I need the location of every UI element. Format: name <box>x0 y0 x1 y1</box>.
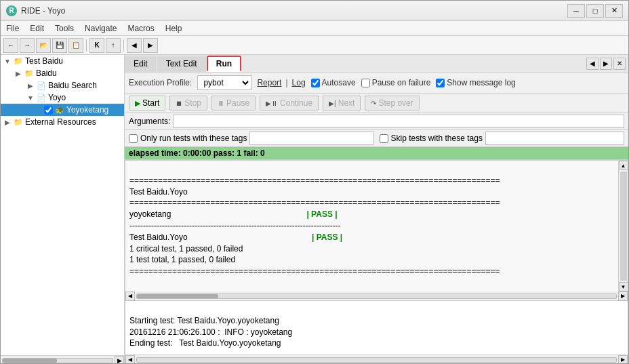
expander-baidu-search[interactable]: ▶ <box>25 80 36 91</box>
start-button[interactable]: ▶ Start <box>129 96 165 110</box>
toolbar-prev[interactable]: ◀ <box>127 38 142 53</box>
output-line-7: 1 critical test, 1 passed, 0 failed <box>129 244 243 254</box>
minimize-button[interactable]: ─ <box>567 4 585 18</box>
tree-label-test-baidu: Test Baidu <box>24 56 63 66</box>
folder-icon-external: 📁 <box>13 117 24 127</box>
tab-nav-prev[interactable]: ◀ <box>586 58 598 70</box>
tree-item-yoyo[interactable]: ▼ 📄 Yoyo <box>1 92 124 104</box>
tree-item-external-resources[interactable]: ▶ 📁 External Resources <box>1 116 124 128</box>
toolbar-next[interactable]: ▶ <box>143 38 158 53</box>
output-scrollbar-y[interactable]: ▲ ▼ <box>618 161 628 291</box>
expander-external[interactable]: ▶ <box>2 117 13 127</box>
main-content: ▼ 📁 Test Baidu ▶ 📁 Baidu ▶ 📄 Baidu Searc… <box>1 55 628 364</box>
args-label: Arguments: <box>129 117 170 126</box>
run-status-text: elapsed time: 0:00:00 pass: 1 fail: 0 <box>129 148 265 158</box>
pause-button[interactable]: ⏸ Pause <box>211 96 256 110</box>
scroll-track-x <box>136 294 617 299</box>
step-over-icon: ↷ <box>371 100 376 107</box>
tab-text-edit[interactable]: Text Edit <box>157 56 206 72</box>
output-line-1: ========================================… <box>129 176 500 185</box>
tree-label-yoyo: Yoyo <box>47 93 66 102</box>
scroll-thumb-x <box>137 294 218 298</box>
continue-label: Continue <box>280 98 312 108</box>
show-log-label[interactable]: Show message log <box>436 78 515 87</box>
expander-baidu[interactable]: ▶ <box>13 68 24 79</box>
checkbox-yoyoketang[interactable] <box>44 106 53 115</box>
output-line-2: Test Baidu.Yoyo <box>129 187 188 197</box>
toolbar-open[interactable]: 📂 <box>36 38 51 53</box>
expander-test-baidu[interactable]: ▼ <box>2 56 13 66</box>
scroll-up-btn[interactable]: ▲ <box>619 161 628 170</box>
tree-item-yoyoketang[interactable]: 🐢 Yoyoketang <box>1 104 124 116</box>
toolbar-back[interactable]: ← <box>3 38 18 53</box>
show-log-checkbox[interactable] <box>436 79 445 87</box>
sidebar-scroll-track <box>2 358 113 363</box>
only-run-checkbox[interactable] <box>129 134 138 143</box>
toolbar-save2[interactable]: 📋 <box>68 38 83 53</box>
profile-label: Execution Profile: <box>129 78 192 87</box>
step-over-label: Step over <box>378 98 413 108</box>
report-log: Report | Log <box>257 78 305 87</box>
profile-select[interactable]: pybot jybot <box>197 75 251 90</box>
expander-yoyo[interactable]: ▼ <box>25 92 36 103</box>
tree-label-baidu-search: Baidu Search <box>47 81 97 90</box>
toolbar-t[interactable]: ↑ <box>106 38 121 53</box>
maximize-button[interactable]: □ <box>586 4 604 18</box>
toolbar-k[interactable]: K <box>89 38 104 53</box>
scroll-left-btn[interactable]: ◀ <box>125 291 135 301</box>
sidebar-scroll-thumb <box>3 359 57 363</box>
app-icon: R <box>6 5 17 16</box>
pause-failure-checkbox[interactable] <box>361 79 370 87</box>
next-button[interactable]: ▶| Next <box>323 96 361 110</box>
sidebar-scroll-right[interactable]: ▶ <box>115 356 124 365</box>
output-area[interactable]: ========================================… <box>125 160 628 291</box>
tree-item-baidu[interactable]: ▶ 📁 Baidu <box>1 67 124 79</box>
tab-close[interactable]: ✕ <box>613 58 626 70</box>
scroll-down-btn[interactable]: ▼ <box>619 282 628 291</box>
tags-row: Only run tests with these tags Skip test… <box>125 130 628 147</box>
menu-macros[interactable]: Macros <box>122 22 159 35</box>
scroll-thumb-y <box>620 171 627 281</box>
run-controls: Execution Profile: pybot jybot Report | … <box>125 73 628 94</box>
start-icon: ▶ <box>135 99 140 108</box>
tab-run[interactable]: Run <box>207 56 241 72</box>
pause-failure-label[interactable]: Pause on failure <box>361 78 431 87</box>
toolbar-forward[interactable]: → <box>20 38 35 53</box>
tab-nav-next[interactable]: ▶ <box>600 58 612 70</box>
log-link[interactable]: Log <box>292 78 306 87</box>
stop-button[interactable]: ⏹ Stop <box>169 96 207 110</box>
menu-file[interactable]: File <box>1 22 24 35</box>
log-scroll-left[interactable]: ◀ <box>125 355 135 365</box>
menu-tools[interactable]: Tools <box>49 22 79 35</box>
sidebar-scrollbar[interactable]: ▶ <box>1 355 124 364</box>
report-link[interactable]: Report <box>257 78 281 87</box>
output-scrollbar-x[interactable]: ◀ ▶ <box>125 291 628 301</box>
next-icon: ▶| <box>329 100 336 107</box>
skip-section: Skip tests with these tags <box>380 132 625 145</box>
log-scroll-right[interactable]: ▶ <box>618 355 628 365</box>
menu-navigate[interactable]: Navigate <box>79 22 122 35</box>
autosave-label[interactable]: Autosave <box>311 78 356 87</box>
log-area[interactable]: Starting test: Test Baidu.Yoyo.yoyoketan… <box>125 301 628 355</box>
step-over-button[interactable]: ↷ Step over <box>365 96 419 110</box>
folder-icon-test-baidu: 📁 <box>13 56 24 66</box>
tree-item-test-baidu[interactable]: ▼ 📁 Test Baidu <box>1 55 124 67</box>
autosave-checkbox[interactable] <box>311 79 320 87</box>
log-scrollbar-x[interactable]: ◀ ▶ <box>125 355 628 364</box>
menu-help[interactable]: Help <box>160 22 188 35</box>
skip-input[interactable] <box>485 132 624 145</box>
test-icon-yoyoketang: 🐢 <box>54 104 65 115</box>
tree-item-baidu-search[interactable]: ▶ 📄 Baidu Search <box>1 79 124 92</box>
menu-edit[interactable]: Edit <box>24 22 49 35</box>
only-run-input[interactable] <box>249 132 373 145</box>
continue-button[interactable]: ▶⏸ Continue <box>260 96 319 110</box>
skip-checkbox[interactable] <box>380 134 388 143</box>
next-label: Next <box>338 98 355 108</box>
tab-run-label: Run <box>216 59 232 68</box>
toolbar-save[interactable]: 💾 <box>52 38 67 53</box>
close-button[interactable]: ✕ <box>605 4 623 18</box>
scroll-right-btn[interactable]: ▶ <box>618 291 628 301</box>
args-input[interactable] <box>173 115 624 128</box>
tab-edit[interactable]: Edit <box>125 56 157 72</box>
log-scroll-track <box>136 357 617 363</box>
